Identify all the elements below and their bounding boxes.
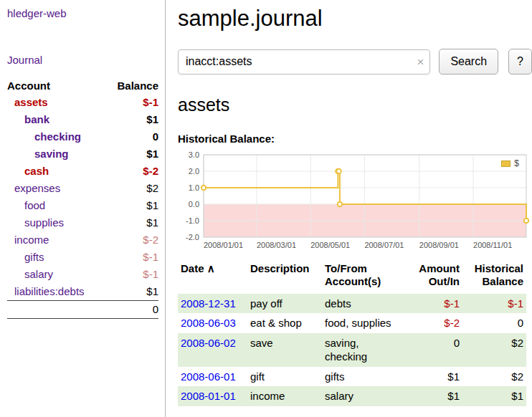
account-balance: 0 (105, 128, 158, 145)
txn-col-header-historical-balance: HistoricalBalance (462, 261, 526, 294)
chart-title: Historical Balance: (178, 133, 532, 145)
account-row: supplies$1 (7, 214, 158, 231)
svg-text:0.0: 0.0 (189, 200, 199, 208)
transaction-accounts: food, supplies (322, 313, 415, 333)
transaction-row: 2008-12-31pay offdebts$-1$-1 (178, 294, 526, 314)
legend-label: $ (514, 158, 519, 168)
transaction-historical-balance: 0 (462, 313, 526, 333)
account-link-saving[interactable]: saving (34, 148, 69, 160)
transaction-description: save (247, 333, 322, 367)
transaction-description: eat & shop (247, 313, 322, 333)
account-link-gifts[interactable]: gifts (24, 251, 44, 263)
transaction-accounts: salary (322, 386, 415, 406)
account-row: bank$1 (7, 111, 158, 128)
transaction-row: 2008-06-03eat & shopfood, supplies$-20 (178, 313, 526, 333)
account-row: assets$-1 (7, 94, 158, 111)
svg-text:2.0: 2.0 (189, 167, 199, 176)
transaction-amount: $-2 (415, 313, 462, 333)
accounts-table: Account Balance assets$-1bank$1checking0… (7, 77, 158, 319)
account-balance: $-2 (105, 163, 158, 180)
svg-text:1.0: 1.0 (189, 183, 199, 192)
transaction-amount: $1 (415, 367, 462, 387)
svg-text:-1.0: -1.0 (186, 216, 199, 225)
help-button[interactable]: ? (508, 49, 532, 75)
svg-text:3.0: 3.0 (189, 150, 199, 159)
transaction-amount: $1 (415, 386, 462, 406)
account-link-supplies[interactable]: supplies (24, 216, 64, 229)
svg-text:2008/07/01: 2008/07/01 (364, 241, 404, 249)
account-link-assets[interactable]: assets (14, 96, 48, 108)
accounts-total-row: 0 (7, 301, 158, 319)
txn-col-header-tofrom-accounts: To/FromAccount(s) (322, 261, 415, 294)
chart-legend: $ (498, 157, 522, 170)
transaction-historical-balance: $1 (462, 386, 526, 406)
account-link-checking[interactable]: checking (34, 130, 81, 143)
account-row: checking0 (7, 128, 158, 145)
account-row: cash$-2 (7, 163, 158, 180)
accounts-total-value: 0 (7, 301, 158, 319)
account-balance: $1 (105, 197, 158, 214)
sidebar-item-journal[interactable]: Journal (7, 54, 158, 66)
transaction-description: pay off (247, 294, 322, 314)
transaction-historical-balance: $2 (462, 367, 526, 387)
transaction-row: 2008-06-01giftgifts$1$2 (178, 367, 526, 387)
search-input[interactable] (178, 49, 430, 75)
transaction-date-link[interactable]: 2008-01-01 (181, 390, 236, 402)
transaction-accounts: debts (322, 294, 415, 314)
account-balance: $-1 (105, 249, 158, 266)
accounts-header-balance: Balance (105, 77, 158, 94)
transaction-date-link[interactable]: 2008-06-03 (181, 317, 236, 329)
txn-col-header-date[interactable]: Date ∧ (178, 261, 247, 294)
transaction-date-link[interactable]: 2008-12-31 (181, 297, 236, 310)
account-row: gifts$-1 (7, 249, 158, 266)
search-button[interactable]: Search (439, 49, 498, 75)
transaction-description: income (247, 386, 322, 406)
svg-text:2008/01/01: 2008/01/01 (204, 241, 243, 249)
transaction-historical-balance: $2 (462, 333, 526, 367)
sort-ascending-icon: ∧ (204, 262, 215, 274)
account-link-bank[interactable]: bank (24, 113, 49, 125)
transaction-date-link[interactable]: 2008-06-01 (181, 370, 236, 383)
transaction-row: 2008-06-02savesaving,checking0$2 (178, 333, 526, 367)
svg-text:2008/05/01: 2008/05/01 (310, 241, 350, 249)
search-box: × (178, 49, 430, 75)
transaction-row: 2008-01-01incomesalary$1$1 (178, 386, 526, 406)
historical-balance-chart: 3.02.01.00.0-1.0-2.02008/01/012008/03/01… (178, 150, 531, 252)
account-balance: $-1 (105, 266, 158, 283)
svg-text:2008/09/01: 2008/09/01 (419, 241, 459, 249)
svg-text:-2.0: -2.0 (186, 233, 199, 241)
transactions-table: Date ∧DescriptionTo/FromAccount(s)Amount… (178, 261, 526, 406)
svg-text:2008/11/01: 2008/11/01 (473, 241, 512, 249)
account-row: expenses$2 (7, 180, 158, 197)
clear-search-icon[interactable]: × (417, 56, 424, 68)
account-balance: $-1 (105, 94, 158, 111)
account-link-liabilities-debts[interactable]: liabilities:debts (14, 285, 85, 297)
legend-color-swatch (501, 160, 510, 167)
account-balance: $1 (105, 145, 158, 163)
chart-plot-area: 3.02.01.00.0-1.0-2.02008/01/012008/03/01… (178, 150, 531, 252)
main-content: sample.journal × Search ? assets Histori… (166, 0, 532, 406)
account-row: income$-2 (7, 231, 158, 249)
account-link-cash[interactable]: cash (24, 165, 49, 177)
sidebar: hledger-web Journal Account Balance asse… (0, 0, 166, 417)
account-heading: assets (178, 95, 532, 115)
accounts-header-account: Account (7, 77, 105, 94)
page-title: sample.journal (178, 6, 532, 32)
transaction-amount: $-1 (415, 294, 462, 314)
txn-col-header-amount-outin: AmountOut/In (415, 261, 462, 294)
app-title-link[interactable]: hledger-web (7, 7, 158, 19)
txn-col-header-description: Description (247, 261, 322, 294)
account-link-food[interactable]: food (24, 199, 45, 211)
transaction-date-link[interactable]: 2008-06-02 (181, 337, 236, 349)
account-balance: $-2 (105, 231, 158, 249)
account-balance: $1 (105, 214, 158, 231)
svg-text:2008/03/01: 2008/03/01 (257, 241, 296, 249)
account-link-income[interactable]: income (14, 234, 49, 246)
account-link-expenses[interactable]: expenses (14, 182, 60, 194)
account-row: saving$1 (7, 145, 158, 163)
account-link-salary[interactable]: salary (24, 268, 53, 280)
transaction-accounts: gifts (322, 367, 415, 387)
transaction-description: gift (247, 367, 322, 387)
account-row: liabilities:debts$1 (7, 283, 158, 301)
account-balance: $1 (105, 283, 158, 301)
